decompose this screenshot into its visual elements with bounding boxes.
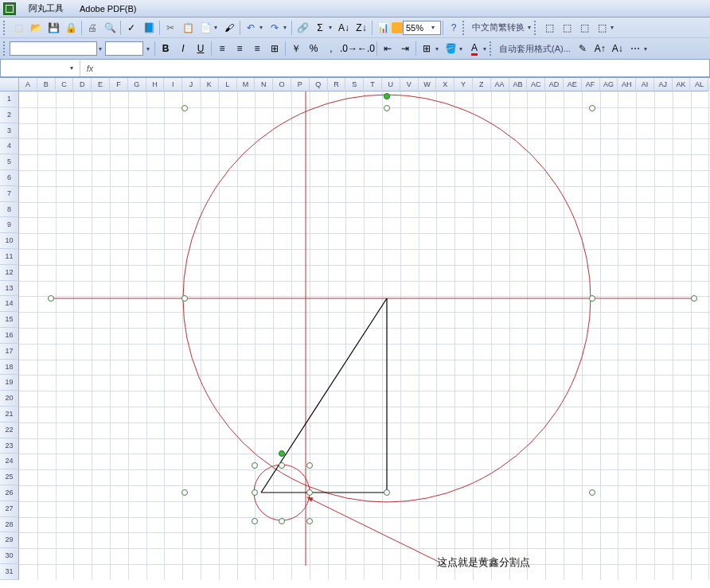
toolbar-handle[interactable] — [534, 21, 538, 35]
row-header[interactable]: 4 — [0, 138, 19, 154]
paste-button[interactable]: 📄 — [197, 19, 214, 37]
align-right-button[interactable]: ≡ — [248, 40, 266, 57]
row-header[interactable]: 20 — [0, 391, 19, 407]
more-button[interactable]: ⋯ — [626, 40, 644, 57]
decrease-decimal-button[interactable]: ←.0 — [357, 40, 375, 57]
column-header[interactable]: B — [37, 78, 56, 92]
row-header[interactable]: 17 — [0, 344, 19, 360]
new-button[interactable]: ▢ — [10, 19, 27, 37]
open-button[interactable]: 📂 — [27, 19, 45, 37]
redo-dropdown[interactable]: ▾ — [283, 24, 290, 31]
column-header[interactable]: AK — [673, 78, 691, 92]
borders-dropdown[interactable]: ▾ — [435, 45, 442, 53]
row-header[interactable]: 7 — [0, 186, 19, 202]
fill-dropdown[interactable]: ▾ — [459, 45, 466, 53]
column-header[interactable]: E — [92, 78, 110, 92]
column-header[interactable]: AJ — [654, 78, 673, 92]
increase-decimal-button[interactable]: .0→ — [340, 40, 357, 57]
menu-adobe-pdf[interactable]: Adobe PDF(B) — [72, 2, 145, 15]
redo-button[interactable]: ↷ — [266, 19, 283, 37]
column-header[interactable]: S — [345, 78, 364, 92]
column-header[interactable]: Q — [310, 78, 328, 92]
row-header[interactable]: 12 — [0, 265, 19, 281]
fontcolor-dropdown[interactable]: ▾ — [483, 45, 490, 53]
ext1-button[interactable]: ⬚ — [540, 19, 558, 37]
column-header[interactable]: L — [219, 78, 237, 92]
column-header[interactable]: R — [328, 78, 346, 92]
autosum-button[interactable]: Σ — [311, 19, 329, 37]
row-header[interactable]: 22 — [0, 423, 19, 438]
row-header[interactable]: 28 — [0, 517, 19, 533]
borders-button[interactable]: ⊞ — [418, 40, 435, 57]
column-header[interactable]: H — [146, 78, 165, 92]
column-header[interactable]: AD — [545, 78, 564, 92]
row-header[interactable]: 31 — [0, 564, 19, 580]
fill-color-button[interactable]: 🪣 — [442, 40, 459, 57]
row-header[interactable]: 2 — [0, 107, 19, 123]
row-header[interactable]: 16 — [0, 328, 19, 344]
font-dec-button[interactable]: A↓ — [609, 40, 626, 57]
toolbar-handle[interactable] — [3, 41, 7, 56]
fx-button[interactable]: fx — [80, 64, 99, 73]
row-header[interactable]: 24 — [0, 454, 19, 469]
fontsize-dropdown[interactable]: ▾ — [146, 45, 153, 53]
toolbar-handle[interactable] — [462, 21, 466, 35]
spell-button[interactable]: ✓ — [123, 19, 140, 37]
row-header[interactable]: 19 — [0, 375, 19, 391]
research-button[interactable]: 📘 — [140, 19, 158, 37]
hyperlink-button[interactable]: 🔗 — [294, 19, 311, 37]
ext2-button[interactable]: ⬚ — [558, 19, 575, 37]
row-header[interactable]: 1 — [0, 92, 19, 107]
row-header[interactable]: 27 — [0, 501, 19, 517]
merge-center-button[interactable]: ⊞ — [266, 40, 283, 57]
column-header[interactable]: A — [19, 78, 37, 92]
row-header[interactable]: 13 — [0, 281, 19, 297]
row-header[interactable]: 21 — [0, 407, 19, 423]
help-button[interactable]: ? — [445, 19, 462, 37]
undo-button[interactable]: ↶ — [242, 19, 259, 37]
ext4-button[interactable]: ⬚ — [593, 19, 611, 37]
paste-dropdown[interactable]: ▾ — [214, 24, 220, 31]
column-header[interactable]: N — [255, 78, 273, 92]
row-header[interactable]: 8 — [0, 202, 19, 218]
ext-dropdown[interactable]: ▾ — [611, 24, 617, 31]
print-preview-button[interactable]: 🔍 — [101, 19, 119, 37]
row-header[interactable]: 3 — [0, 123, 19, 139]
save-button[interactable]: 💾 — [45, 19, 62, 37]
column-header[interactable]: AA — [491, 78, 509, 92]
cells-area[interactable] — [19, 92, 710, 580]
row-header[interactable]: 30 — [0, 548, 19, 564]
sort-desc-button[interactable]: Z↓ — [353, 19, 370, 37]
toolbar-handle[interactable] — [490, 41, 493, 56]
menu-awan-tools[interactable]: 阿丸工具 — [21, 1, 72, 16]
comma-button[interactable]: , — [322, 40, 340, 57]
column-header[interactable]: K — [201, 78, 219, 92]
cut-button[interactable]: ✂ — [162, 19, 179, 37]
row-header[interactable]: 10 — [0, 233, 19, 249]
font-combo[interactable] — [10, 41, 97, 56]
sort-asc-button[interactable]: A↓ — [335, 19, 353, 37]
column-header[interactable]: W — [419, 78, 437, 92]
font-dropdown[interactable]: ▾ — [99, 45, 105, 53]
row-header[interactable]: 26 — [0, 485, 19, 501]
more-dropdown[interactable]: ▾ — [644, 45, 650, 53]
row-header[interactable]: 15 — [0, 312, 19, 328]
formula-input[interactable] — [99, 60, 709, 76]
name-box[interactable]: ▾ — [1, 60, 80, 76]
column-header[interactable]: I — [164, 78, 182, 92]
column-header[interactable]: P — [291, 78, 310, 92]
fontsize-combo[interactable] — [105, 41, 143, 56]
font-inc-button[interactable]: A↑ — [591, 40, 609, 57]
increase-indent-button[interactable]: ⇥ — [396, 40, 414, 57]
column-header[interactable]: AI — [636, 78, 654, 92]
bold-button[interactable]: B — [157, 40, 174, 57]
undo-dropdown[interactable]: ▾ — [259, 24, 266, 31]
ext3-button[interactable]: ⬚ — [575, 19, 593, 37]
align-center-button[interactable]: ≡ — [231, 40, 248, 57]
column-header[interactable]: T — [364, 78, 382, 92]
column-header[interactable]: U — [382, 78, 400, 92]
column-header[interactable]: AB — [509, 78, 528, 92]
italic-button[interactable]: I — [174, 40, 192, 57]
copy-button[interactable]: 📋 — [179, 19, 197, 37]
underline-button[interactable]: U — [192, 40, 209, 57]
